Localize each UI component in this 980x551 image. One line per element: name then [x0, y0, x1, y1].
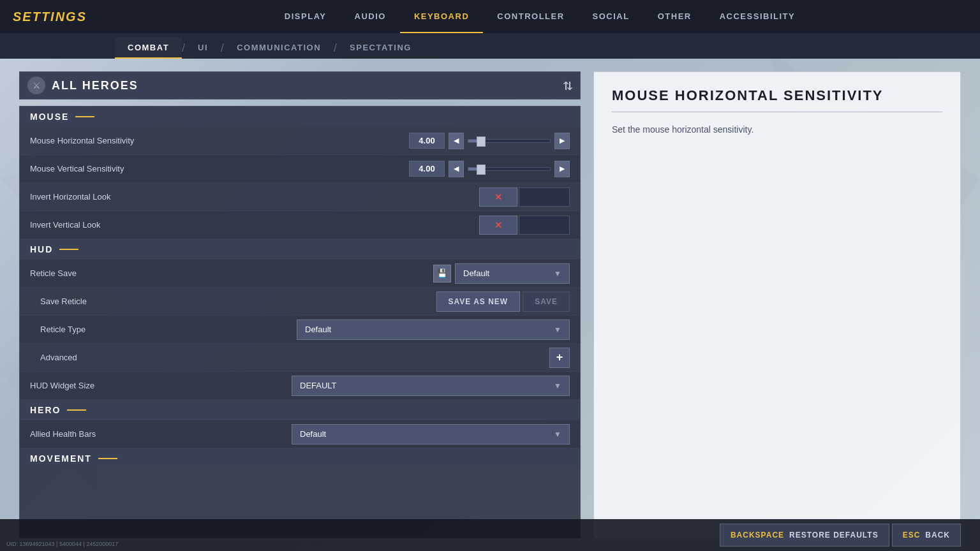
advanced-row: Advanced + [20, 344, 580, 372]
hud-section-title: HUD [30, 244, 53, 254]
mouse-section-title: MOUSE [30, 112, 69, 122]
hero-section-header: HERO [20, 400, 580, 420]
reticle-save-arrow: ▼ [554, 269, 561, 278]
mouse-v-sensitivity-dec[interactable]: ◀ [449, 161, 464, 177]
mouse-section-line [75, 116, 95, 117]
app-title: SETTINGS [13, 10, 87, 24]
invert-h-look-toggle[interactable]: ✕ [479, 187, 517, 207]
bottom-bar: BACKSPACE RESTORE DEFAULTS ESC BACK [0, 519, 980, 551]
nav-social[interactable]: SOCIAL [579, 0, 644, 33]
mouse-v-sensitivity-slider[interactable] [468, 167, 551, 171]
reticle-save-value: Default [463, 268, 489, 278]
movement-section-header: MOVEMENT [20, 448, 580, 469]
invert-h-look-row: Invert Horizontal Look ✕ [20, 183, 580, 211]
save-reticle-control: SAVE AS NEW SAVE [436, 291, 570, 312]
reticle-type-dropdown[interactable]: Default ▼ [297, 320, 570, 340]
save-as-new-button[interactable]: SAVE AS NEW [436, 291, 521, 312]
mouse-h-sensitivity-control: 4.00 ◀ ▶ [409, 133, 570, 149]
right-panel: MOUSE HORIZONTAL SENSITIVITY Set the mou… [593, 71, 961, 538]
save-button[interactable]: SAVE [523, 291, 570, 312]
mouse-v-sensitivity-label: Mouse Vertical Sensitivity [30, 164, 409, 173]
nav-other[interactable]: OTHER [644, 0, 706, 33]
hud-widget-size-arrow: ▼ [554, 381, 561, 390]
hero-icon: ⚔ [27, 77, 45, 94]
nav-keyboard[interactable]: KEYBOARD [400, 0, 483, 33]
invert-v-look-row: Invert Vertical Look ✕ [20, 211, 580, 239]
allied-health-bars-arrow: ▼ [554, 430, 561, 439]
sub-nav-spectating[interactable]: SPECTATING [337, 37, 424, 59]
hero-name: ALL HEROES [52, 79, 556, 92]
mouse-section-header: MOUSE [20, 107, 580, 127]
info-title: MOUSE HORIZONTAL SENSITIVITY [612, 87, 942, 112]
allied-health-bars-label: Allied Health Bars [30, 429, 292, 439]
sub-nav-combat[interactable]: COMBAT [115, 37, 182, 59]
hero-section-line [67, 409, 87, 411]
hero-section-title: HERO [30, 405, 61, 415]
sub-nav-ui[interactable]: UI [185, 37, 221, 59]
info-description: Set the mouse horizontal sensitivity. [612, 122, 942, 136]
main-content: ⚔ ALL HEROES ⇄ MOUSE Mouse Horizontal Se… [0, 59, 980, 551]
hero-selector[interactable]: ⚔ ALL HEROES ⇄ [19, 71, 581, 99]
hud-widget-size-dropdown[interactable]: DEFAULT ▼ [292, 376, 570, 396]
advanced-expand-button[interactable]: + [549, 348, 570, 368]
mouse-v-sensitivity-inc[interactable]: ▶ [554, 161, 570, 177]
reticle-type-row: Reticle Type Default ▼ [20, 316, 580, 344]
mouse-v-sensitivity-row: Mouse Vertical Sensitivity 4.00 ◀ ▶ [20, 155, 580, 183]
mouse-h-sensitivity-dec[interactable]: ◀ [449, 133, 464, 149]
nav-display[interactable]: DISPLAY [271, 0, 341, 33]
invert-v-look-toggle[interactable]: ✕ [479, 216, 517, 235]
invert-v-look-control: ✕ [479, 216, 570, 235]
advanced-label: Advanced [40, 353, 549, 362]
nav-audio[interactable]: AUDIO [341, 0, 400, 33]
hud-widget-size-row: HUD Widget Size DEFAULT ▼ [20, 372, 580, 400]
left-panel: ⚔ ALL HEROES ⇄ MOUSE Mouse Horizontal Se… [19, 71, 581, 538]
sub-nav: COMBAT / UI / COMMUNICATION / SPECTATING [0, 33, 980, 59]
invert-v-look-inactive [519, 216, 570, 235]
back-key: ESC [903, 531, 921, 540]
invert-h-look-control: ✕ [479, 187, 570, 207]
reticle-save-label: Reticle Save [30, 268, 433, 278]
reticle-save-icon: 💾 [433, 265, 451, 283]
debug-info: UID: 13694921043 | 5400044 | 2452000017 [6, 541, 118, 547]
hud-section-header: HUD [20, 239, 580, 260]
mouse-h-sensitivity-label: Mouse Horizontal Sensitivity [30, 136, 409, 145]
hud-widget-size-label: HUD Widget Size [30, 381, 292, 390]
reticle-save-dropdown[interactable]: Default ▼ [455, 263, 570, 284]
mouse-v-sensitivity-control: 4.00 ◀ ▶ [409, 161, 570, 177]
back-button[interactable]: ESC BACK [892, 524, 961, 547]
top-nav: SETTINGS DISPLAY AUDIO KEYBOARD CONTROLL… [0, 0, 980, 33]
mouse-h-sensitivity-slider[interactable] [468, 139, 551, 143]
nav-controller[interactable]: CONTROLLER [483, 0, 578, 33]
hero-switch-icon[interactable]: ⇄ [561, 81, 575, 91]
mouse-h-sensitivity-value: 4.00 [409, 133, 445, 149]
nav-items: DISPLAY AUDIO KEYBOARD CONTROLLER SOCIAL… [112, 0, 967, 33]
hud-section-line [59, 249, 79, 250]
reticle-type-label: Reticle Type [40, 325, 297, 334]
reticle-type-value: Default [305, 325, 331, 334]
invert-h-look-label: Invert Horizontal Look [30, 192, 479, 202]
reticle-save-row: Reticle Save 💾 Default ▼ [20, 260, 580, 288]
movement-section-title: MOVEMENT [30, 453, 92, 464]
save-reticle-row: Save Reticle SAVE AS NEW SAVE [20, 288, 580, 316]
save-reticle-label: Save Reticle [40, 297, 436, 306]
invert-h-look-inactive [519, 187, 570, 207]
allied-health-bars-value: Default [300, 429, 326, 439]
allied-health-bars-dropdown[interactable]: Default ▼ [292, 424, 570, 444]
restore-key: BACKSPACE [731, 531, 784, 540]
hud-widget-size-value: DEFAULT [300, 381, 337, 390]
nav-accessibility[interactable]: ACCESSIBILITY [706, 0, 809, 33]
reticle-save-control: 💾 Default ▼ [433, 263, 570, 284]
restore-label: RESTORE DEFAULTS [789, 531, 879, 540]
invert-v-look-label: Invert Vertical Look [30, 220, 479, 230]
back-label: BACK [925, 531, 950, 540]
mouse-h-sensitivity-inc[interactable]: ▶ [554, 133, 570, 149]
reticle-type-arrow: ▼ [554, 325, 561, 334]
mouse-v-sensitivity-value: 4.00 [409, 161, 445, 177]
movement-section-line [98, 458, 118, 459]
settings-panel: MOUSE Mouse Horizontal Sensitivity 4.00 … [19, 106, 581, 538]
sub-nav-communication[interactable]: COMMUNICATION [224, 37, 334, 59]
mouse-h-sensitivity-row: Mouse Horizontal Sensitivity 4.00 ◀ ▶ [20, 127, 580, 155]
restore-defaults-button[interactable]: BACKSPACE RESTORE DEFAULTS [720, 524, 889, 547]
allied-health-bars-row: Allied Health Bars Default ▼ [20, 420, 580, 448]
